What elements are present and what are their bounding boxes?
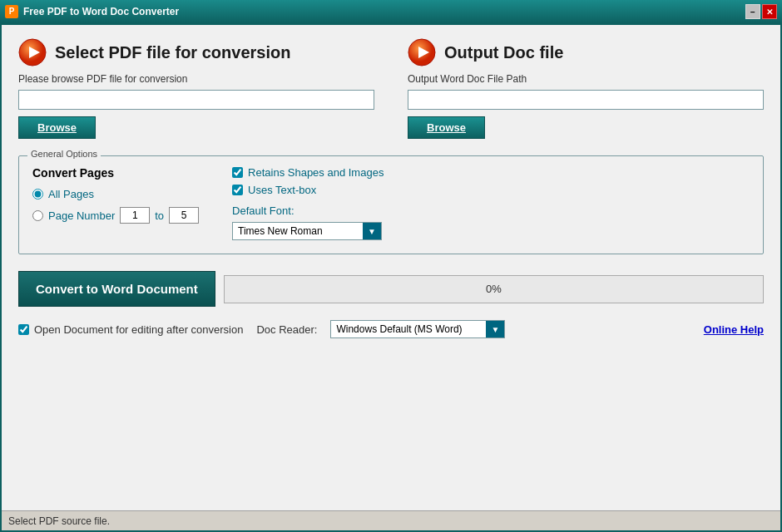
font-select-value: Times New Roman (233, 223, 363, 239)
retains-shapes-checkbox[interactable] (232, 167, 243, 178)
retains-shapes-text: Retains Shapes and Images (248, 166, 384, 179)
left-panel: Select PDF file for conversion Please br… (18, 38, 374, 139)
left-panel-subtitle: Please browse PDF file for conversion (18, 73, 374, 85)
font-dropdown-arrow[interactable]: ▼ (363, 223, 381, 239)
all-pages-label: All Pages (48, 188, 94, 200)
font-select-wrapper[interactable]: Times New Roman ▼ (232, 222, 382, 240)
retains-shapes-label[interactable]: Retains Shapes and Images (232, 166, 750, 179)
minimize-button[interactable]: − (745, 4, 760, 19)
doc-reader-label: Doc Reader: (256, 323, 317, 336)
top-section: Select PDF file for conversion Please br… (18, 38, 764, 139)
output-file-input[interactable] (408, 90, 764, 110)
open-doc-checkbox[interactable] (18, 324, 29, 335)
close-button[interactable]: ✕ (762, 4, 777, 19)
page-to-input[interactable] (169, 207, 199, 224)
left-panel-header: Select PDF file for conversion (18, 38, 374, 66)
convert-button[interactable]: Convert to Word Document (18, 271, 215, 307)
options-legend: General Options (27, 149, 101, 159)
page-number-label: Page Number (48, 209, 115, 222)
output-browse-button[interactable]: Browse (408, 116, 485, 139)
progress-text: 0% (486, 283, 502, 295)
options-inner: Convert Pages All Pages Page Number to (32, 166, 750, 240)
radio-group: All Pages Page Number to (32, 188, 199, 224)
doc-reader-value: Windows Default (MS Word) (331, 321, 486, 337)
all-pages-radio-label[interactable]: All Pages (32, 188, 199, 200)
right-panel-header: Output Doc file (408, 38, 764, 66)
pdf-browse-button[interactable]: Browse (18, 116, 96, 139)
right-panel: Output Doc file Output Word Doc File Pat… (408, 38, 764, 139)
online-help-link[interactable]: Online Help (704, 323, 764, 336)
bottom-options: Open Document for editing after conversi… (18, 320, 764, 347)
convert-pages-section: Convert Pages All Pages Page Number to (32, 166, 199, 240)
convert-area: Convert to Word Document 0% (18, 271, 764, 307)
all-pages-radio[interactable] (32, 189, 43, 200)
main-window: Select PDF file for conversion Please br… (0, 23, 782, 532)
window-controls: − ✕ (745, 4, 777, 19)
page-to-separator: to (155, 209, 164, 222)
uses-textbox-checkbox[interactable] (232, 185, 243, 195)
page-number-group: to (120, 207, 199, 224)
progress-bar-container: 0% (224, 275, 764, 303)
options-right-section: Retains Shapes and Images Uses Text-box … (232, 166, 750, 240)
doc-reader-wrapper[interactable]: Windows Default (MS Word) ▼ (330, 320, 505, 338)
page-number-radio-label[interactable]: Page Number to (32, 207, 199, 224)
right-play-icon (408, 38, 436, 66)
convert-pages-title: Convert Pages (32, 166, 199, 180)
uses-textbox-text: Uses Text-box (248, 184, 316, 196)
title-bar-text: Free PDF to Word Doc Converter (23, 6, 745, 17)
right-panel-subtitle: Output Word Doc File Path (408, 73, 764, 85)
page-number-radio[interactable] (32, 210, 43, 221)
app-icon: P (5, 5, 18, 18)
pdf-file-input[interactable] (18, 90, 374, 110)
status-text: Select PDF source file. (8, 515, 110, 527)
default-font-label: Default Font: (232, 204, 750, 217)
content-area: Select PDF file for conversion Please br… (2, 25, 780, 510)
left-panel-title: Select PDF file for conversion (55, 43, 290, 62)
page-from-input[interactable] (120, 207, 150, 224)
general-options-box: General Options Convert Pages All Pages … (18, 155, 764, 254)
left-play-icon (18, 38, 47, 66)
open-doc-text: Open Document for editing after conversi… (34, 323, 243, 336)
open-doc-label[interactable]: Open Document for editing after conversi… (18, 323, 243, 336)
status-bar: Select PDF source file. (2, 510, 780, 530)
uses-textbox-label[interactable]: Uses Text-box (232, 184, 750, 196)
title-bar: P Free PDF to Word Doc Converter − ✕ (0, 0, 782, 23)
right-panel-title: Output Doc file (444, 43, 563, 62)
doc-reader-arrow[interactable]: ▼ (486, 321, 504, 337)
